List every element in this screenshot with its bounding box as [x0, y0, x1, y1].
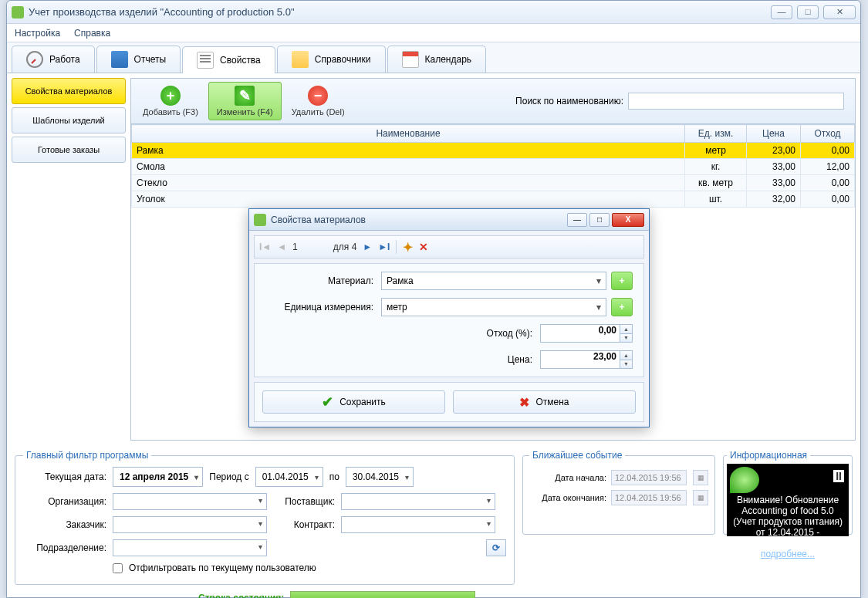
org-label: Организация:: [23, 496, 106, 507]
sidebar-templates[interactable]: Шаблоны изделий: [12, 107, 126, 133]
dept-label: Подразделение:: [23, 542, 106, 553]
event-start-cal-icon[interactable]: ▦: [693, 470, 708, 485]
cancel-icon: ✖: [519, 395, 529, 410]
nearest-event: Ближайшее событие Дата начала: 12.04.201…: [522, 450, 715, 535]
add-unit-button[interactable]: +: [611, 298, 633, 316]
maximize-button[interactable]: □: [797, 5, 819, 19]
refresh-button[interactable]: ⟳: [486, 539, 506, 556]
nav-first-button[interactable]: I◄: [259, 242, 271, 252]
edit-icon: ✎: [235, 86, 255, 106]
modal-maximize-button[interactable]: □: [589, 213, 610, 227]
add-button[interactable]: +Добавить (F3): [134, 82, 207, 120]
modal-titlebar[interactable]: Свойства материалов — □ X: [249, 209, 649, 231]
period-from-picker[interactable]: 01.04.2015: [255, 467, 323, 487]
filter-by-user-label: Отфильтровать по текущему пользователю: [129, 563, 316, 573]
titlebar[interactable]: Учет производства изделий "Accounting of…: [7, 1, 860, 24]
filter-legend: Главный фильтр программы: [23, 450, 151, 461]
search-input[interactable]: [628, 93, 844, 110]
period-label: Период с: [209, 471, 248, 482]
waste-up[interactable]: ▲: [620, 325, 632, 334]
sidebar-materials[interactable]: Свойства материалов: [12, 78, 126, 104]
info-more-link[interactable]: подробнее...: [761, 549, 815, 559]
event-start-value: 12.04.2015 19:56: [611, 470, 687, 485]
customer-combo[interactable]: [113, 516, 267, 533]
filter-by-user-checkbox[interactable]: [113, 563, 123, 573]
waste-label: Отход (%):: [487, 328, 540, 339]
close-window-button[interactable]: ✕: [823, 5, 856, 19]
contract-label: Контракт:: [273, 519, 335, 530]
toolbar: +Добавить (F3) ✎Изменить (F4) −Удалить (…: [131, 79, 855, 124]
main-filter: Главный фильтр программы Текущая дата: 1…: [15, 450, 515, 585]
tab-reports[interactable]: Отчеты: [96, 46, 181, 73]
status-bar: [290, 591, 475, 598]
minimize-button[interactable]: —: [771, 5, 792, 19]
cancel-button[interactable]: ✖Отмена: [453, 390, 636, 414]
clock-icon: [26, 51, 43, 68]
nav-delete-button[interactable]: ✕: [419, 241, 428, 253]
price-down[interactable]: ▼: [620, 360, 632, 369]
edit-button[interactable]: ✎Изменить (F4): [208, 82, 282, 120]
col-price[interactable]: Цена: [747, 125, 801, 143]
menubar: Настройка Справка: [7, 24, 860, 42]
current-date-picker[interactable]: 12 апреля 2015: [113, 467, 203, 487]
modal-body: Материал: Рамка + Единица измерения: мет…: [254, 263, 644, 377]
price-input[interactable]: 23,00▲▼: [540, 350, 633, 369]
table-row[interactable]: Смолакг.33,0012,00: [132, 159, 855, 175]
event-end-label: Дата окончания:: [529, 493, 606, 502]
material-combo[interactable]: Рамка: [381, 272, 606, 290]
col-name[interactable]: Наименование: [132, 125, 685, 143]
waste-input[interactable]: 0,00▲▼: [540, 324, 633, 343]
material-properties-dialog: Свойства материалов — □ X I◄ ◄ 1 для 4 ►…: [248, 208, 650, 427]
save-button[interactable]: ✔Сохранить: [262, 390, 445, 414]
search-area: Поиск по наименованию:: [515, 93, 852, 110]
tab-properties[interactable]: Свойства: [182, 46, 275, 73]
table-row[interactable]: Рамкаметр23,000,00: [132, 143, 855, 159]
status-label: Строка состояния:: [198, 593, 284, 598]
window-title: Учет производства изделий "Accounting of…: [29, 6, 771, 18]
tab-calendar[interactable]: Календарь: [387, 46, 487, 73]
nav-last-button[interactable]: ►I: [378, 242, 390, 252]
main-tabs: Работа Отчеты Свойства Справочники Кален…: [7, 42, 860, 73]
period-to-picker[interactable]: 30.04.2015: [346, 467, 414, 487]
table-row[interactable]: Уголокшт.32,000,00: [132, 191, 855, 208]
sidebar-orders[interactable]: Готовые заказы: [12, 137, 126, 163]
col-waste[interactable]: Отход: [801, 125, 855, 143]
menu-help[interactable]: Справка: [74, 28, 110, 39]
modal-footer: ✔Сохранить ✖Отмена: [254, 382, 644, 422]
pause-icon[interactable]: II: [833, 470, 844, 482]
folder-icon: [292, 51, 309, 68]
modal-minimize-button[interactable]: —: [567, 213, 587, 227]
menu-settings[interactable]: Настройка: [15, 28, 60, 39]
plus-icon: +: [160, 86, 181, 106]
unit-label: Единица измерения:: [265, 302, 381, 313]
modal-close-button[interactable]: X: [612, 213, 644, 227]
material-label: Материал:: [265, 275, 381, 286]
nav-prev-button[interactable]: ◄: [277, 242, 286, 252]
sidebar: Свойства материалов Шаблоны изделий Гото…: [12, 78, 126, 441]
add-material-button[interactable]: +: [611, 272, 633, 290]
nav-add-button[interactable]: ✦: [403, 240, 413, 255]
table-row[interactable]: Стеклокв. метр33,000,00: [132, 175, 855, 191]
tab-references[interactable]: Справочники: [277, 46, 386, 73]
supplier-combo[interactable]: [341, 493, 495, 510]
dept-combo[interactable]: [113, 539, 267, 556]
current-date-label: Текущая дата:: [23, 471, 106, 482]
waste-down[interactable]: ▼: [620, 334, 632, 343]
event-end-value: 12.04.2015 19:56: [611, 490, 687, 505]
event-start-label: Дата начала:: [529, 473, 606, 482]
nav-next-button[interactable]: ►: [363, 242, 372, 252]
col-unit[interactable]: Ед. изм.: [685, 125, 747, 143]
org-combo[interactable]: [113, 493, 267, 510]
tab-work[interactable]: Работа: [12, 46, 95, 73]
info-legend: Информационная: [727, 450, 810, 461]
event-end-cal-icon[interactable]: ▦: [693, 490, 708, 505]
delete-button[interactable]: −Удалить (Del): [283, 82, 353, 120]
info-content: II Внимание! Обновление Accounting of fo…: [727, 464, 849, 536]
record-navigator: I◄ ◄ 1 для 4 ► ►I ✦ ✕: [254, 235, 644, 258]
search-label: Поиск по наименованию:: [515, 96, 623, 106]
unit-combo[interactable]: метр: [381, 298, 606, 316]
price-up[interactable]: ▲: [620, 351, 632, 360]
calendar-icon: [402, 51, 419, 68]
filter-section: Главный фильтр программы Текущая дата: 1…: [7, 445, 860, 598]
contract-combo[interactable]: [341, 516, 495, 533]
